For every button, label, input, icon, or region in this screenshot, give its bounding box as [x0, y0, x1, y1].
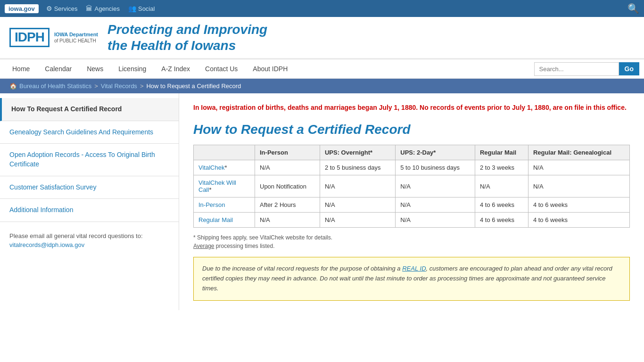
nav-news[interactable]: News — [79, 59, 111, 78]
idph-logo[interactable]: IDPH IOWA Department of PUBLIC HEALTH — [9, 28, 98, 47]
table-cell-vitalchek-geo: N/A — [528, 160, 629, 175]
agencies-icon: 🏛 — [86, 5, 92, 12]
table-row: In-Person After 2 Hours N/A N/A 4 to 6 w… — [194, 197, 630, 213]
table-row: VitalChek Will Call* Upon Notification N… — [194, 175, 630, 197]
real-id-link[interactable]: REAL ID — [402, 265, 426, 272]
table-cell-ip-2day: N/A — [396, 197, 475, 213]
nav-licensing[interactable]: Licensing — [111, 59, 154, 78]
sidebar-item-open-adoption[interactable]: Open Adoption Records - Access To Origin… — [0, 144, 179, 176]
breadcrumb-bureau[interactable]: Bureau of Health Statistics — [19, 82, 91, 90]
table-cell-vitalchek-2day: 5 to 10 business days — [396, 160, 475, 175]
idph-logo-sub: IOWA Department of PUBLIC HEALTH — [54, 31, 98, 44]
sidebar-email-section: Please email all general vital record qu… — [0, 222, 179, 259]
table-cell-rm-2day: N/A — [396, 213, 475, 228]
nav-home[interactable]: Home — [5, 59, 37, 78]
site-header: IDPH IOWA Department of PUBLIC HEALTH Pr… — [0, 17, 644, 59]
sidebar-email-link[interactable]: vitalrecords@idph.iowa.gov — [9, 241, 84, 248]
search-input[interactable] — [534, 62, 619, 76]
services-icon: ⚙ — [46, 5, 52, 12]
table-cell-rm-geo: 4 to 6 weeks — [528, 213, 629, 228]
breadcrumb: 🏠 Bureau of Health Statistics > Vital Re… — [0, 79, 644, 93]
table-cell-vitalchek-mail: 2 to 3 weeks — [475, 160, 528, 175]
search-box: Go — [534, 62, 639, 76]
table-cell-wc-mail: N/A — [475, 175, 528, 197]
table-cell-wc-inperson: Upon Notification — [255, 175, 320, 197]
table-cell-rm-mail: 4 to 6 weeks — [475, 213, 528, 228]
table-header-regular-mail: Regular Mail — [475, 145, 528, 160]
table-cell-ip-geo: 4 to 6 weeks — [528, 197, 629, 213]
sidebar-item-genealogy[interactable]: Genealogy Search Guidelines And Requirem… — [0, 121, 179, 144]
table-header-genealogical: Regular Mail: Genealogical — [528, 145, 629, 160]
table-header-ups-2day: UPS: 2-Day* — [396, 145, 475, 160]
vitalchek-willcall-link[interactable]: VitalChek Will Call — [198, 179, 236, 193]
top-nav-services[interactable]: ⚙ Services — [46, 5, 78, 12]
table-cell-rm-inperson: N/A — [255, 213, 320, 228]
idph-logo-box: IDPH — [9, 28, 50, 47]
table-cell-rm-overnight: N/A — [320, 213, 395, 228]
sidebar-item-additional[interactable]: Additional Information — [0, 199, 179, 222]
vitalchek-link[interactable]: VitalChek — [198, 164, 224, 171]
table-row: Regular Mail N/A N/A N/A 4 to 6 weeks 4 … — [194, 213, 630, 228]
top-nav-social[interactable]: 👥 Social — [128, 5, 155, 12]
table-header-in-person: In-Person — [255, 145, 320, 160]
breadcrumb-vital[interactable]: Vital Records — [101, 82, 137, 90]
top-bar: iowa.gov ⚙ Services 🏛 Agencies 👥 Social … — [0, 0, 644, 17]
table-cell-vitalchek-overnight: 2 to 5 business days — [320, 160, 395, 175]
table-header-method — [194, 145, 255, 160]
breadcrumb-current: How to Request a Certified Record — [146, 82, 241, 90]
alert-text: In Iowa, registration of births, deaths … — [193, 103, 630, 113]
sidebar-item-survey[interactable]: Customer Satisfaction Survey — [0, 176, 179, 199]
table-cell-wc-overnight: N/A — [320, 175, 395, 197]
site-tagline: Protecting and Improving the Health of I… — [107, 22, 267, 53]
top-nav-agencies[interactable]: 🏛 Agencies — [86, 5, 119, 12]
table-cell-vitalchek: VitalChek* — [194, 160, 255, 175]
nav-calendar[interactable]: Calendar — [37, 59, 79, 78]
breadcrumb-sep-2: > — [140, 82, 144, 90]
page-content: How To Request A Certified Record Geneal… — [0, 93, 644, 310]
table-cell-ip-mail: 4 to 6 weeks — [475, 197, 528, 213]
sidebar: How To Request A Certified Record Geneal… — [0, 93, 179, 310]
table-cell-wc-2day: N/A — [396, 175, 475, 197]
breadcrumb-sep-1: > — [94, 82, 98, 90]
home-icon: 🏠 — [9, 82, 17, 90]
table-cell-vitalchek-willcall: VitalChek Will Call* — [194, 175, 255, 197]
search-button[interactable]: Go — [619, 62, 639, 75]
nav-contact-us[interactable]: Contact Us — [198, 59, 245, 78]
table-cell-wc-geo: N/A — [528, 175, 629, 197]
average-underline: Average — [193, 243, 214, 249]
table-note-1: * Shipping fees apply, see VitalChek web… — [193, 234, 630, 241]
table-cell-ip-inperson: After 2 Hours — [255, 197, 320, 213]
nav-about-idph[interactable]: About IDPH — [245, 59, 295, 78]
table-cell-ip-overnight: N/A — [320, 197, 395, 213]
iowa-logo[interactable]: iowa.gov — [5, 4, 39, 13]
main-nav: Home Calendar News Licensing A-Z Index C… — [0, 59, 644, 79]
nav-az-index[interactable]: A-Z Index — [154, 59, 198, 78]
record-table: In-Person UPS: Overnight* UPS: 2-Day* Re… — [193, 145, 630, 228]
social-icon: 👥 — [128, 5, 136, 12]
regularmail-link[interactable]: Regular Mail — [198, 216, 233, 223]
notice-text-before: Due to the increase of vital record requ… — [202, 265, 402, 272]
sidebar-item-how-to-request[interactable]: How To Request A Certified Record — [0, 98, 179, 121]
page-title: How to Request a Certified Record — [193, 122, 630, 137]
table-cell-vitalchek-inperson: N/A — [255, 160, 320, 175]
table-cell-inperson: In-Person — [194, 197, 255, 213]
table-header-ups-overnight: UPS: Overnight* — [320, 145, 395, 160]
table-row: VitalChek* N/A 2 to 5 business days 5 to… — [194, 160, 630, 175]
search-icon[interactable]: 🔍 — [627, 3, 639, 14]
main-content: In Iowa, registration of births, deaths … — [179, 93, 644, 310]
inperson-link[interactable]: In-Person — [198, 201, 225, 208]
table-note-2: Average processing times listed. — [193, 243, 630, 249]
table-cell-regularmail: Regular Mail — [194, 213, 255, 228]
sidebar-email-intro: Please email all general vital record qu… — [9, 232, 143, 239]
notice-box: Due to the increase of vital record requ… — [193, 257, 630, 300]
